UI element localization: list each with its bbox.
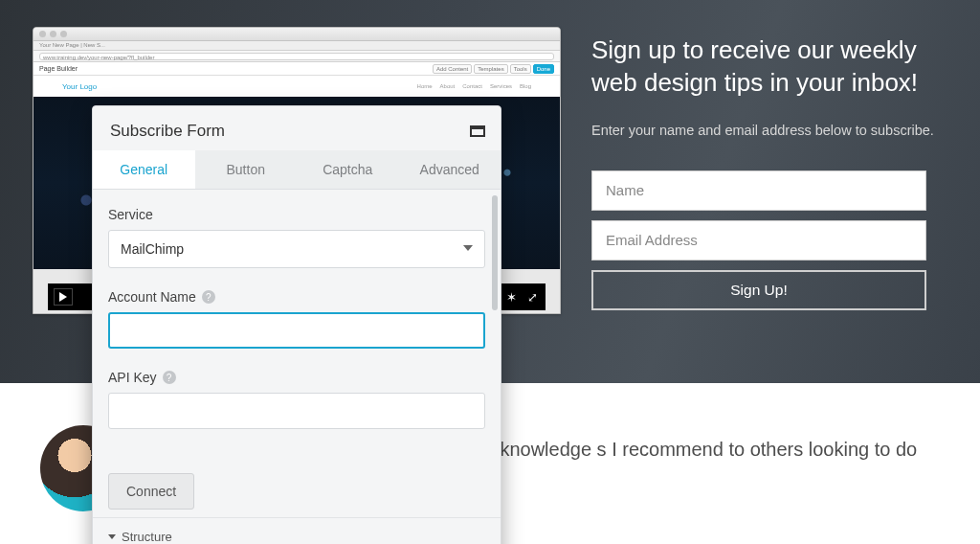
structure-label: Structure — [122, 530, 172, 544]
email-input[interactable] — [591, 220, 926, 261]
modal-tabs: General Button Captcha Advanced — [93, 150, 501, 190]
nav-item[interactable]: Services — [490, 83, 512, 89]
browser-tab[interactable]: Your New Page | New S... — [33, 41, 560, 51]
site-header: Your Logo Home About Contact Services Bl… — [33, 76, 560, 97]
tab-advanced[interactable]: Advanced — [399, 150, 501, 189]
play-button[interactable] — [54, 288, 73, 306]
add-content-button[interactable]: Add Content — [433, 64, 472, 74]
help-icon[interactable]: ? — [202, 290, 215, 304]
help-icon[interactable]: ? — [163, 371, 176, 384]
modal-body: Service MailChimp Account Name ? API Key… — [93, 190, 501, 517]
done-button[interactable]: Done — [533, 64, 554, 74]
modal-title: Subscribe Form — [110, 122, 470, 141]
fullscreen-icon[interactable]: ⤢ — [524, 289, 540, 305]
responsive-toggle-icon[interactable] — [470, 125, 485, 137]
tools-button[interactable]: Tools — [510, 64, 531, 74]
signup-button[interactable]: Sign Up! — [591, 270, 926, 310]
chevron-down-icon — [108, 534, 116, 539]
nav-item[interactable]: About — [440, 83, 456, 89]
name-input[interactable] — [591, 170, 926, 211]
signup-title: Sign up to receive our weekly web design… — [591, 34, 936, 100]
modal-header: Subscribe Form — [93, 106, 501, 150]
connect-button[interactable]: Connect — [108, 473, 194, 510]
window-control-icon — [39, 31, 46, 37]
service-value: MailChimp — [121, 241, 184, 257]
signup-panel: Sign up to receive our weekly web design… — [591, 34, 936, 310]
service-select[interactable]: MailChimp — [108, 230, 485, 268]
window-control-icon — [60, 31, 67, 37]
account-label: Account Name ? — [108, 289, 485, 305]
api-label: API Key ? — [108, 370, 485, 385]
page-builder-topbar: Page Builder Add Content Templates Tools… — [33, 62, 560, 76]
service-label: Service — [108, 207, 485, 222]
api-label-text: API Key — [108, 370, 157, 385]
structure-toggle[interactable]: Structure — [93, 517, 501, 544]
nav-item[interactable]: Contact — [462, 83, 482, 89]
scrollbar[interactable] — [492, 195, 498, 310]
service-label-text: Service — [108, 207, 153, 222]
play-icon — [59, 292, 67, 302]
signup-subtitle: Enter your name and email address below … — [591, 123, 936, 138]
site-nav: Home About Contact Services Blog — [417, 83, 531, 89]
page-builder-title: Page Builder — [39, 65, 78, 72]
tab-button[interactable]: Button — [195, 150, 298, 189]
url-bar[interactable]: www.training.dev/your-new-page/?fl_build… — [39, 53, 554, 60]
url-bar-row: www.training.dev/your-new-page/?fl_build… — [33, 51, 560, 62]
templates-button[interactable]: Templates — [474, 64, 507, 74]
window-control-icon — [50, 31, 56, 37]
account-name-input[interactable] — [108, 312, 485, 349]
api-key-input[interactable] — [108, 393, 485, 429]
chevron-down-icon — [463, 245, 473, 251]
tab-general[interactable]: General — [93, 150, 195, 189]
nav-item[interactable]: Blog — [520, 83, 531, 89]
account-label-text: Account Name — [108, 289, 196, 305]
settings-icon[interactable]: ✶ — [503, 289, 519, 305]
site-logo[interactable]: Your Logo — [62, 82, 97, 91]
nav-item[interactable]: Home — [417, 83, 433, 89]
tab-captcha[interactable]: Captcha — [297, 150, 399, 189]
module-settings-modal: Subscribe Form General Button Captcha Ad… — [92, 105, 501, 544]
browser-chrome — [33, 28, 560, 41]
